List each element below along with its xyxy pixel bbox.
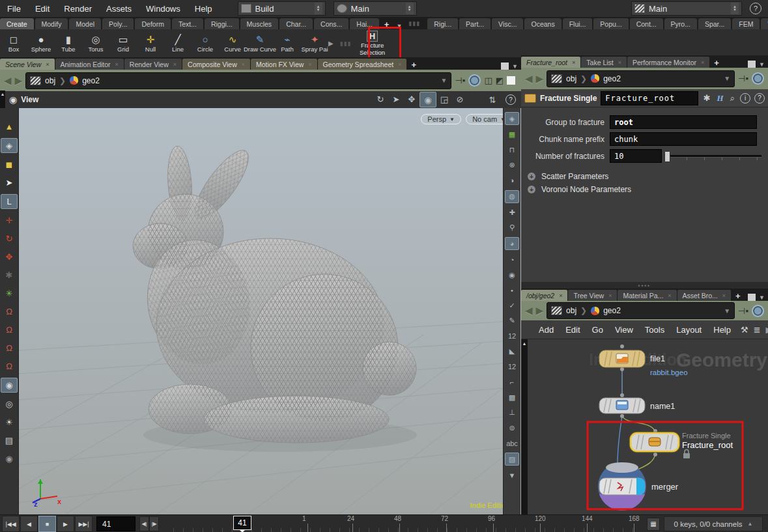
shelf-tool-button[interactable]: ∿ Curve bbox=[219, 35, 246, 53]
shelf-tab[interactable]: Spar... bbox=[698, 18, 731, 29]
step-forward-button[interactable]: |▶ bbox=[149, 516, 159, 531]
tree-list-icon[interactable]: ≣ bbox=[752, 325, 762, 335]
network-menu-item[interactable]: Tools bbox=[639, 325, 670, 335]
pane-tab[interactable]: /obj/geo2 × bbox=[521, 290, 567, 301]
display-option-button[interactable]: ✚ bbox=[505, 206, 519, 218]
shelf-tab[interactable]: Deform bbox=[135, 18, 170, 29]
display-option-button[interactable]: ⊓ bbox=[505, 144, 519, 156]
add-shelf-tab-button[interactable]: + bbox=[380, 20, 393, 29]
transport-button[interactable]: ■ bbox=[38, 516, 56, 532]
transport-button[interactable]: ◀ bbox=[20, 516, 38, 532]
network-menu-item[interactable]: Add bbox=[533, 325, 560, 335]
network-path-field[interactable]: obj ❯ geo2 ▼ bbox=[547, 302, 735, 319]
toolbar-tool-button[interactable]: ✳ bbox=[1, 287, 17, 300]
display-option-button[interactable]: ⊜ bbox=[505, 422, 519, 434]
shelf-tab[interactable]: Modify bbox=[35, 18, 68, 29]
network-menu-item[interactable]: Go bbox=[586, 325, 609, 335]
close-tab-icon[interactable]: × bbox=[242, 61, 245, 68]
display-option-button[interactable]: • bbox=[505, 285, 519, 296]
display-option-button[interactable]: ⚲ bbox=[505, 222, 519, 234]
shelf-tab[interactable]: Poly... bbox=[102, 18, 134, 29]
display-option-button[interactable]: ▩ bbox=[505, 391, 519, 403]
pane-menu-caret[interactable]: ▼ bbox=[756, 61, 768, 68]
pane-tab[interactable]: Animation Editor × bbox=[55, 59, 124, 70]
display-option-button[interactable]: ✓ bbox=[505, 300, 519, 311]
shelf-tab[interactable]: FEM bbox=[732, 18, 760, 29]
toolbar-tool-button[interactable]: ↻ bbox=[1, 232, 17, 245]
node-file-path-label[interactable]: rabbit.bgeo bbox=[650, 369, 688, 376]
transport-button[interactable]: ▶▶| bbox=[75, 516, 92, 532]
shelf-tab[interactable]: Popu... bbox=[593, 18, 628, 29]
shelf-tab[interactable]: Char... bbox=[279, 18, 313, 29]
path-dropdown-caret[interactable]: ▼ bbox=[441, 77, 448, 84]
close-tab-icon[interactable]: × bbox=[701, 59, 704, 66]
new-pane-tab-button[interactable]: + bbox=[407, 60, 420, 70]
shelf-tab[interactable]: Pyro... bbox=[664, 18, 697, 29]
shelf-grip[interactable]: ▮▮▮ bbox=[340, 40, 352, 47]
shelf-tab[interactable]: Text... bbox=[172, 18, 203, 29]
path-dropdown-caret[interactable]: ▼ bbox=[724, 307, 730, 315]
shelf-tab[interactable]: Visc... bbox=[492, 18, 523, 29]
menubar-item[interactable]: Assets bbox=[99, 4, 139, 14]
display-option-button[interactable]: ▼ bbox=[505, 469, 519, 481]
menubar-item[interactable]: Windows bbox=[139, 4, 188, 14]
close-tab-icon[interactable]: × bbox=[559, 292, 562, 299]
transport-button[interactable]: |◀◀ bbox=[2, 516, 20, 532]
fracture-selection-tool-button[interactable]: H Fracture Selection bbox=[358, 31, 387, 56]
expand-section-icon[interactable]: + bbox=[528, 186, 535, 193]
viewport[interactable]: z x Persp▼ No cam▼ Indie Edition bbox=[0, 108, 521, 514]
viewbar-help-button[interactable]: ? bbox=[505, 94, 516, 105]
display-option-button[interactable]: ◔ bbox=[505, 254, 519, 266]
shelf-menu-caret[interactable]: ▼ bbox=[393, 23, 405, 29]
display-option-button[interactable]: ◉ bbox=[505, 269, 519, 281]
shelf-grip[interactable]: ▮▮▮ bbox=[408, 20, 420, 27]
close-tab-icon[interactable]: × bbox=[46, 61, 49, 68]
color-swatch[interactable] bbox=[507, 76, 515, 85]
node-file1[interactable] bbox=[599, 350, 645, 367]
new-pane-tab-button[interactable]: + bbox=[732, 291, 745, 301]
pane-tab[interactable]: Scene View × bbox=[0, 59, 55, 70]
shelf-tool-button[interactable]: ▮ Tube bbox=[55, 35, 82, 53]
select-geometry-icon[interactable]: ◩ bbox=[496, 76, 504, 85]
pane-tab[interactable]: Material Pa... × bbox=[618, 290, 676, 301]
pane-tab[interactable]: Composite View × bbox=[182, 59, 250, 70]
toolbar-tool-button[interactable]: ☀ bbox=[1, 415, 17, 429]
node-label-merger[interactable]: merger bbox=[651, 482, 679, 492]
toolbar-tool-button[interactable]: ➤ bbox=[1, 176, 17, 189]
collapsed-section-row[interactable]: + Scatter Parameters bbox=[521, 170, 768, 183]
params-path-field[interactable]: obj ❯ geo2 ▼ bbox=[547, 70, 735, 87]
pane-menu-caret[interactable]: ▼ bbox=[509, 63, 521, 70]
shelf-tab[interactable]: Model bbox=[69, 18, 101, 29]
network-stowbar[interactable]: ▲ bbox=[521, 339, 528, 515]
param-help-button[interactable]: ? bbox=[754, 93, 765, 104]
shelf-overflow-arrow[interactable]: ▶ bbox=[328, 40, 334, 47]
collapsed-section-row[interactable]: + Voronoi Node Parameters bbox=[521, 183, 768, 196]
display-option-button[interactable]: ✎ bbox=[505, 315, 519, 327]
display-option-button[interactable]: 12 bbox=[505, 361, 519, 372]
toolbar-tool-button[interactable]: Ω bbox=[1, 305, 17, 318]
toolbar-tool-button[interactable]: Ω bbox=[1, 341, 17, 355]
toolbar-tool-button[interactable]: ▤ bbox=[1, 434, 17, 447]
pane-tab[interactable]: Take List × bbox=[581, 57, 627, 68]
viewer-selector[interactable]: Main ▲▼ bbox=[334, 1, 417, 16]
toolbar-tool-button[interactable]: L bbox=[1, 194, 18, 209]
shelf-tab[interactable]: Rigi... bbox=[427, 18, 458, 29]
node-fracture-root[interactable] bbox=[631, 433, 679, 451]
network-menu-item[interactable]: View bbox=[609, 325, 639, 335]
pane-tab[interactable]: Fracture_root × bbox=[521, 57, 580, 68]
pane-maximize-icon[interactable] bbox=[748, 61, 756, 68]
menubar-item[interactable]: File bbox=[0, 4, 28, 14]
keyframe-options-icon[interactable]: ▦ bbox=[647, 518, 660, 531]
projection-dropdown[interactable]: Persp▼ bbox=[421, 114, 461, 124]
forward-arrow-icon[interactable]: ▶ bbox=[15, 75, 23, 87]
houdini-digital-asset-icon[interactable]: H bbox=[716, 93, 725, 104]
close-tab-icon[interactable]: × bbox=[115, 61, 119, 68]
desktop-selector[interactable]: Build ▲▼ bbox=[238, 1, 326, 16]
close-tab-icon[interactable]: × bbox=[722, 292, 726, 299]
shelf-tool-button[interactable]: ✛ Null bbox=[137, 35, 164, 53]
pane-tab[interactable]: Asset Bro... × bbox=[677, 290, 732, 301]
display-option-button[interactable]: ◕ bbox=[505, 237, 519, 250]
node-name-field[interactable]: Fracture_root bbox=[601, 91, 698, 105]
close-tab-icon[interactable]: × bbox=[608, 292, 612, 299]
path-dropdown-caret[interactable]: ▼ bbox=[724, 75, 730, 82]
